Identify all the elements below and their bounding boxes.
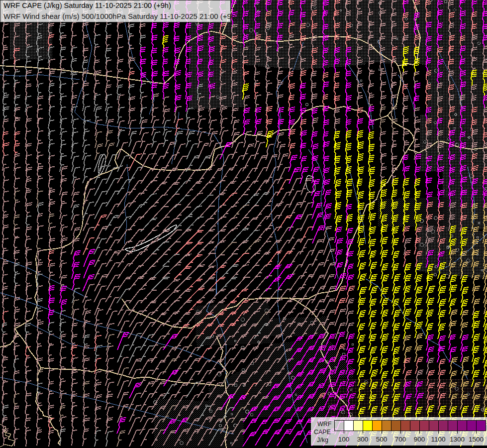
svg-text:WRF Wind shear (m/s) 500/1000h: WRF Wind shear (m/s) 500/1000hPa Saturda… (3, 12, 238, 20)
svg-text:1100: 1100 (431, 436, 445, 443)
svg-text:500: 500 (376, 436, 388, 443)
svg-text:100: 100 (338, 436, 350, 443)
svg-text:J/kg: J/kg (317, 437, 328, 444)
svg-text:1500: 1500 (469, 436, 484, 443)
svg-text:1300: 1300 (450, 436, 465, 443)
svg-text:700: 700 (395, 436, 406, 443)
svg-text:900: 900 (414, 436, 425, 443)
svg-text:300: 300 (357, 436, 369, 443)
svg-text:WRF: WRF (317, 421, 332, 428)
svg-text:CAPE: CAPE (314, 429, 331, 436)
svg-text:WRF CAPE (J/kg) Saturday 11-10: WRF CAPE (J/kg) Saturday 11-10-2025 21:0… (3, 1, 171, 9)
